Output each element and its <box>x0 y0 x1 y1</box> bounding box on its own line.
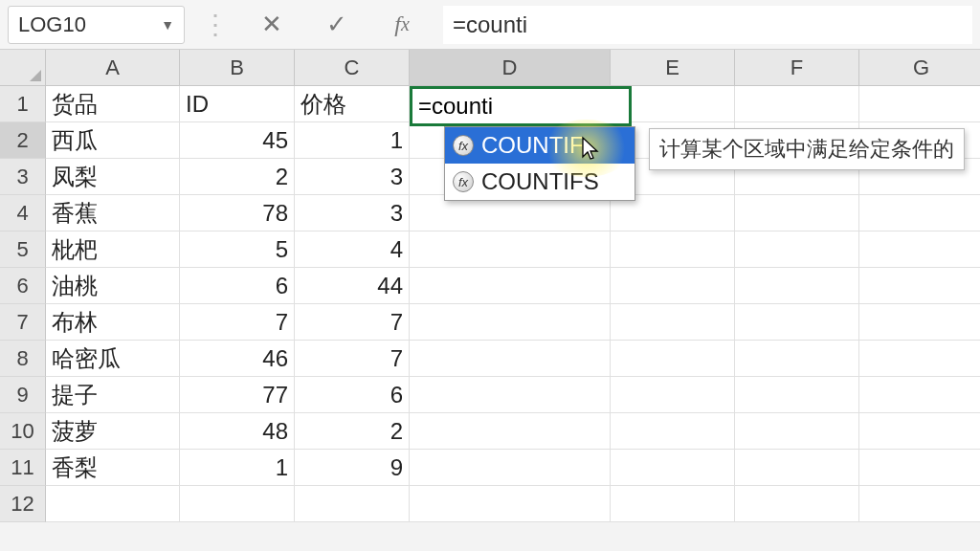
cell[interactable] <box>611 268 735 304</box>
spreadsheet-grid[interactable]: A B C D E F G 1 货品 ID 价格 是否已经注射 2 西瓜 45 … <box>0 50 980 522</box>
cell[interactable] <box>735 486 859 522</box>
cell[interactable]: 2 <box>180 159 295 195</box>
cell[interactable] <box>735 231 859 268</box>
cell[interactable] <box>410 304 611 341</box>
cell[interactable] <box>611 450 735 486</box>
cell[interactable]: 46 <box>180 341 295 377</box>
row-header[interactable]: 9 <box>0 377 46 413</box>
cell[interactable] <box>859 450 980 486</box>
cell[interactable] <box>410 450 611 486</box>
cell[interactable]: ID <box>180 86 295 122</box>
row-header[interactable]: 4 <box>0 195 46 231</box>
cell[interactable]: 48 <box>180 413 295 450</box>
select-all-corner[interactable] <box>0 50 46 86</box>
autocomplete-item[interactable]: fx COUNTIFS <box>445 164 635 200</box>
cell[interactable] <box>611 341 735 377</box>
cell[interactable]: 3 <box>295 195 410 231</box>
row-header[interactable]: 6 <box>0 268 46 304</box>
cell[interactable] <box>611 304 735 341</box>
enter-button[interactable]: ✓ <box>313 6 361 44</box>
cell[interactable]: 44 <box>295 268 410 304</box>
cell[interactable] <box>410 341 611 377</box>
cell[interactable]: 3 <box>295 159 410 195</box>
row-header[interactable]: 12 <box>0 486 46 522</box>
col-header-G[interactable]: G <box>859 50 980 86</box>
cell[interactable]: 布林 <box>46 304 180 341</box>
cell[interactable]: 7 <box>295 341 410 377</box>
cell[interactable] <box>859 341 980 377</box>
cell[interactable]: 77 <box>180 377 295 413</box>
row-header[interactable]: 11 <box>0 450 46 486</box>
cell[interactable] <box>859 231 980 268</box>
col-header-A[interactable]: A <box>46 50 180 86</box>
cell[interactable]: 哈密瓜 <box>46 341 180 377</box>
autocomplete-item[interactable]: fx COUNTIF <box>445 127 635 164</box>
formula-input[interactable] <box>443 6 972 44</box>
insert-function-button[interactable]: fx <box>378 6 426 44</box>
cell[interactable] <box>735 377 859 413</box>
cell[interactable] <box>295 486 410 522</box>
row-header[interactable]: 2 <box>0 122 46 159</box>
cell[interactable]: 1 <box>295 122 410 159</box>
cell[interactable] <box>859 413 980 450</box>
cell[interactable]: 7 <box>295 304 410 341</box>
cell[interactable] <box>46 486 180 522</box>
cell[interactable]: 西瓜 <box>46 122 180 159</box>
cell[interactable]: 5 <box>180 231 295 268</box>
cell[interactable] <box>611 377 735 413</box>
cell[interactable] <box>410 231 611 268</box>
row-header[interactable]: 3 <box>0 159 46 195</box>
row-header[interactable]: 7 <box>0 304 46 341</box>
cell[interactable] <box>735 341 859 377</box>
cell[interactable]: 1 <box>180 450 295 486</box>
cell[interactable] <box>735 86 859 122</box>
cell[interactable] <box>859 304 980 341</box>
row-header[interactable]: 1 <box>0 86 46 122</box>
row-header[interactable]: 8 <box>0 341 46 377</box>
col-header-F[interactable]: F <box>735 50 859 86</box>
cancel-button[interactable]: ✕ <box>248 6 296 44</box>
cell[interactable] <box>735 195 859 231</box>
cell[interactable]: 香蕉 <box>46 195 180 231</box>
row-header[interactable]: 5 <box>0 231 46 268</box>
cell[interactable] <box>859 195 980 231</box>
active-cell-editor[interactable]: =counti <box>410 86 632 126</box>
cell[interactable] <box>735 304 859 341</box>
cell[interactable]: 价格 <box>295 86 410 122</box>
cell[interactable] <box>611 486 735 522</box>
col-header-D[interactable]: D <box>410 50 611 86</box>
cell[interactable] <box>410 268 611 304</box>
cell[interactable] <box>410 486 611 522</box>
cell[interactable] <box>611 413 735 450</box>
col-header-B[interactable]: B <box>180 50 295 86</box>
cell[interactable]: 菠萝 <box>46 413 180 450</box>
cell[interactable]: 油桃 <box>46 268 180 304</box>
cell[interactable] <box>859 86 980 122</box>
cell[interactable]: 6 <box>180 268 295 304</box>
cell[interactable] <box>859 486 980 522</box>
cell[interactable] <box>735 268 859 304</box>
cell[interactable] <box>735 450 859 486</box>
cell[interactable] <box>410 377 611 413</box>
cell[interactable] <box>410 413 611 450</box>
cell[interactable]: 凤梨 <box>46 159 180 195</box>
cell[interactable]: 香梨 <box>46 450 180 486</box>
cell[interactable]: 7 <box>180 304 295 341</box>
cell[interactable]: 枇杷 <box>46 231 180 268</box>
col-header-E[interactable]: E <box>611 50 735 86</box>
cell[interactable]: 78 <box>180 195 295 231</box>
cell[interactable]: 45 <box>180 122 295 159</box>
cell[interactable] <box>180 486 295 522</box>
col-header-C[interactable]: C <box>295 50 410 86</box>
cell[interactable] <box>611 231 735 268</box>
cell[interactable]: 提子 <box>46 377 180 413</box>
cell[interactable]: 2 <box>295 413 410 450</box>
name-box[interactable]: LOG10 ▼ <box>8 6 185 44</box>
cell[interactable]: 货品 <box>46 86 180 122</box>
cell[interactable]: 4 <box>295 231 410 268</box>
cell[interactable] <box>735 413 859 450</box>
cell[interactable]: 9 <box>295 450 410 486</box>
cell[interactable] <box>859 377 980 413</box>
row-header[interactable]: 10 <box>0 413 46 450</box>
cell[interactable] <box>859 268 980 304</box>
